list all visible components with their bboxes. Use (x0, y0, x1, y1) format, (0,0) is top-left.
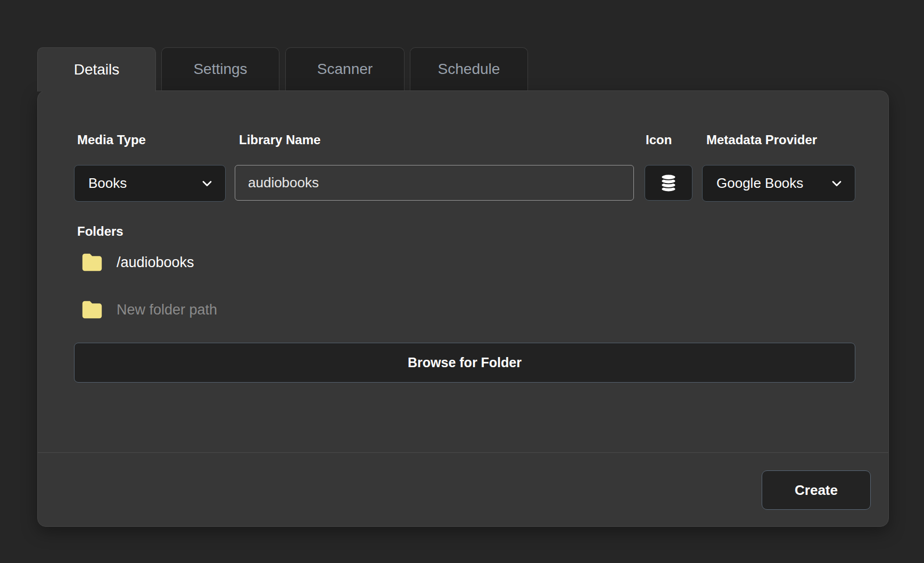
new-folder-row (80, 299, 596, 320)
icon-label: Icon (646, 133, 672, 147)
media-type-select[interactable]: Books (74, 165, 226, 202)
folders-label: Folders (77, 224, 123, 239)
folder-row: /audiobooks (80, 252, 194, 273)
tab-details[interactable]: Details (37, 47, 156, 92)
library-name-label: Library Name (239, 133, 320, 147)
folder-path: /audiobooks (117, 254, 194, 271)
database-icon (659, 172, 678, 194)
tab-schedule[interactable]: Schedule (410, 47, 528, 90)
tab-scanner[interactable]: Scanner (285, 47, 405, 90)
media-type-value: Books (88, 175, 127, 192)
browse-for-folder-button[interactable]: Browse for Folder (74, 343, 855, 383)
folder-icon (80, 252, 104, 273)
tab-settings[interactable]: Settings (161, 47, 279, 90)
new-folder-path-input[interactable] (117, 302, 596, 318)
tab-schedule-label: Schedule (438, 61, 500, 78)
metadata-provider-value: Google Books (716, 175, 803, 192)
footer-divider (38, 452, 888, 453)
tab-details-label: Details (74, 61, 120, 78)
folder-icon (80, 299, 104, 320)
chevron-down-icon (200, 176, 214, 191)
create-library-modal: Media Type Library Name Icon Metadata Pr… (37, 90, 889, 527)
library-icon-button[interactable] (645, 165, 692, 201)
tab-settings-label: Settings (193, 61, 247, 78)
metadata-provider-label: Metadata Provider (706, 133, 817, 147)
browse-for-folder-label: Browse for Folder (408, 355, 522, 370)
create-button[interactable]: Create (762, 470, 871, 510)
tab-scanner-label: Scanner (317, 61, 373, 78)
chevron-down-icon (829, 176, 844, 191)
library-name-input[interactable] (235, 165, 634, 201)
media-type-label: Media Type (77, 133, 146, 147)
create-button-label: Create (795, 482, 838, 499)
metadata-provider-select[interactable]: Google Books (702, 165, 855, 202)
